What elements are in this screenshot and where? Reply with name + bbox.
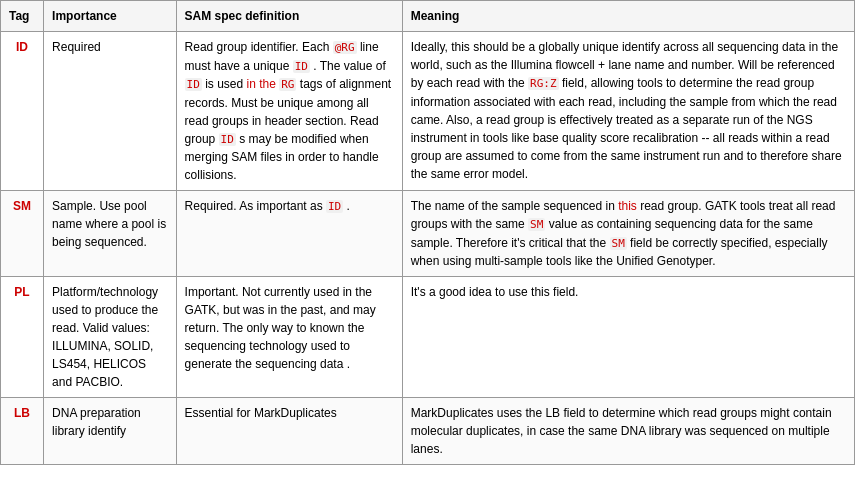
meaning-pl: It's a good idea to use this field. — [402, 277, 854, 398]
tag-pl: PL — [1, 277, 44, 398]
header-importance: Importance — [44, 1, 177, 32]
header-sam-spec: SAM spec definition — [176, 1, 402, 32]
sam-sm: Required. As important as ID . — [176, 191, 402, 277]
meaning-id: Ideally, this should be a globally uniqu… — [402, 32, 854, 191]
meaning-lb: MarkDuplicates uses the LB field to dete… — [402, 398, 854, 465]
tag-id: ID — [1, 32, 44, 191]
importance-sm: Sample. Use pool name where a pool is be… — [44, 191, 177, 277]
table-row: PL Platform/technology used to produce t… — [1, 277, 855, 398]
importance-id: Required — [44, 32, 177, 191]
header-tag: Tag — [1, 1, 44, 32]
table-row: LB DNA preparation library identify Esse… — [1, 398, 855, 465]
importance-pl: Platform/technology used to produce the … — [44, 277, 177, 398]
sam-fields-table: Tag Importance SAM spec definition Meani… — [0, 0, 855, 465]
sam-lb: Essential for MarkDuplicates — [176, 398, 402, 465]
sam-id: Read group identifier. Each @RG line mus… — [176, 32, 402, 191]
tag-sm: SM — [1, 191, 44, 277]
sam-pl: Important. Not currently used in the GAT… — [176, 277, 402, 398]
header-meaning: Meaning — [402, 1, 854, 32]
importance-lb: DNA preparation library identify — [44, 398, 177, 465]
table-row: ID Required Read group identifier. Each … — [1, 32, 855, 191]
tag-lb: LB — [1, 398, 44, 465]
table-row: SM Sample. Use pool name where a pool is… — [1, 191, 855, 277]
meaning-sm: The name of the sample sequenced in this… — [402, 191, 854, 277]
